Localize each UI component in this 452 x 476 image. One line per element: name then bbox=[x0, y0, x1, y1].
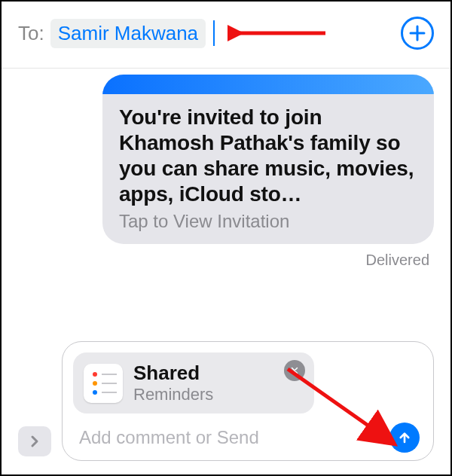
bubble-banner bbox=[102, 75, 434, 94]
attachment-subtitle: Reminders bbox=[133, 385, 213, 404]
compose-box: Shared Reminders bbox=[62, 341, 434, 461]
plus-icon bbox=[408, 24, 426, 42]
to-bar: To: Samir Makwana bbox=[2, 2, 450, 68]
reminders-app-icon bbox=[84, 364, 123, 403]
recipient-chip[interactable]: Samir Makwana bbox=[50, 19, 206, 48]
send-button[interactable] bbox=[389, 423, 420, 453]
chevron-right-icon bbox=[28, 435, 41, 448]
text-cursor bbox=[213, 20, 215, 46]
compose-area: Shared Reminders bbox=[18, 341, 434, 461]
add-recipient-button[interactable] bbox=[401, 17, 434, 50]
message-subtitle: Tap to View Invitation bbox=[119, 211, 417, 232]
message-status: Delivered bbox=[366, 252, 429, 269]
message-bubble[interactable]: You're invited to join Khamosh Pathak's … bbox=[102, 75, 434, 244]
attachment-title: Shared bbox=[133, 362, 213, 385]
to-label: To: bbox=[18, 22, 44, 45]
conversation-area: You're invited to join Khamosh Pathak's … bbox=[2, 69, 450, 269]
expand-apps-button[interactable] bbox=[18, 426, 51, 456]
arrow-up-icon bbox=[398, 430, 411, 445]
compose-input[interactable] bbox=[79, 427, 383, 448]
message-title: You're invited to join Khamosh Pathak's … bbox=[119, 105, 417, 208]
remove-attachment-button[interactable] bbox=[284, 360, 305, 381]
close-icon bbox=[290, 366, 299, 375]
attachment-card[interactable]: Shared Reminders bbox=[73, 352, 314, 413]
